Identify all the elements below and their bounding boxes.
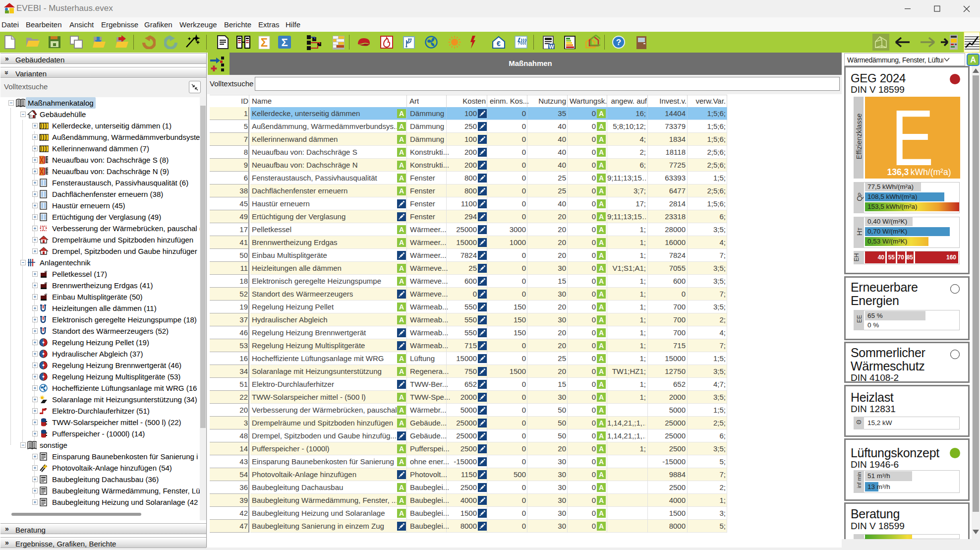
svg-text:?: ?	[616, 38, 621, 47]
svg-text:Σ: Σ	[281, 36, 288, 49]
svg-text:W: W	[549, 44, 554, 49]
svg-text:€: €	[497, 40, 501, 48]
svg-text:Σ: Σ	[261, 36, 268, 49]
